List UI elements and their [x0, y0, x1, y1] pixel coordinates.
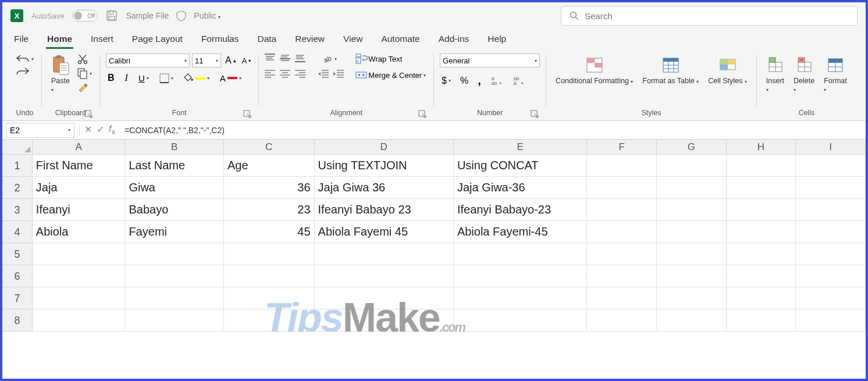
row-header[interactable]: 5 — [2, 243, 33, 265]
cell[interactable]: Abiola Fayemi 45 — [315, 221, 454, 243]
cell[interactable]: 36 — [224, 177, 315, 199]
cell[interactable]: Abiola — [33, 221, 126, 243]
cell[interactable] — [657, 265, 727, 287]
format-cells-button[interactable]: Format▾ — [820, 54, 851, 94]
cell[interactable] — [224, 309, 315, 332]
column-header[interactable]: B — [125, 140, 224, 155]
cell[interactable] — [727, 309, 796, 332]
cell[interactable] — [224, 265, 315, 287]
cell[interactable] — [657, 221, 727, 243]
dialog-launcher-icon[interactable] — [531, 111, 539, 118]
cell[interactable] — [224, 243, 315, 265]
orientation-button[interactable]: ab▾ — [321, 54, 339, 64]
cell[interactable] — [454, 265, 587, 287]
column-header[interactable]: I — [796, 140, 866, 155]
cancel-formula-icon[interactable]: ✕ — [84, 124, 92, 136]
tab-add-ins[interactable]: Add-ins — [437, 33, 471, 49]
cell[interactable] — [657, 287, 727, 309]
cell-styles-button[interactable]: Cell Styles ▾ — [705, 54, 750, 86]
tab-file[interactable]: File — [13, 33, 30, 49]
cell[interactable] — [454, 309, 587, 332]
cell[interactable] — [657, 177, 727, 199]
cell[interactable] — [224, 287, 315, 309]
cell[interactable]: Using TEXTJOIN — [315, 155, 454, 177]
conditional-formatting-button[interactable]: Conditional Formatting ▾ — [552, 54, 636, 86]
cell[interactable] — [587, 155, 657, 177]
cell[interactable]: Jaja Giwa 36 — [315, 177, 454, 199]
cell[interactable] — [587, 221, 657, 243]
cell[interactable] — [727, 287, 796, 309]
align-top-button[interactable] — [265, 54, 275, 63]
redo-button[interactable] — [14, 66, 35, 77]
column-header[interactable]: G — [657, 140, 727, 155]
cell[interactable]: Ifeanyi — [33, 199, 126, 221]
cell[interactable] — [727, 243, 796, 265]
row-header[interactable]: 6 — [2, 265, 33, 287]
column-header[interactable]: C — [224, 140, 315, 155]
formula-input[interactable]: =CONCAT(A2," ",B2,"-",C2) — [120, 126, 866, 135]
row-header[interactable]: 4 — [2, 221, 33, 243]
autosave-toggle[interactable]: Off — [72, 10, 98, 22]
dialog-launcher-icon[interactable] — [85, 111, 93, 118]
fx-icon[interactable]: fx — [109, 124, 115, 136]
tab-data[interactable]: Data — [256, 33, 278, 49]
cell[interactable]: Last Name — [125, 155, 224, 177]
column-header[interactable]: E — [454, 140, 587, 155]
borders-button[interactable]: ▾ — [158, 72, 175, 84]
cell[interactable] — [796, 177, 866, 199]
cell[interactable] — [796, 221, 866, 243]
search-input[interactable]: Search — [561, 6, 858, 26]
file-name[interactable]: Sample File — [126, 11, 169, 20]
cell[interactable] — [657, 155, 727, 177]
dialog-launcher-icon[interactable] — [244, 111, 251, 118]
cell[interactable] — [796, 243, 866, 265]
select-all-corner[interactable] — [2, 140, 33, 155]
save-icon[interactable] — [106, 10, 118, 22]
tab-home[interactable]: Home — [46, 33, 73, 49]
cell[interactable] — [454, 287, 587, 309]
cell[interactable] — [727, 221, 796, 243]
cell[interactable] — [587, 265, 657, 287]
decrease-font-button[interactable]: A▾ — [240, 54, 253, 67]
decrease-indent-button[interactable] — [318, 70, 329, 78]
cell[interactable] — [796, 309, 866, 332]
delete-cells-button[interactable]: Delete▾ — [790, 54, 818, 94]
tab-view[interactable]: View — [342, 33, 364, 49]
fill-color-button[interactable]: ▾ — [182, 72, 211, 84]
cell[interactable]: Jaja Giwa-36 — [454, 177, 587, 199]
increase-indent-button[interactable] — [333, 70, 344, 78]
cell[interactable] — [727, 177, 796, 199]
enter-formula-icon[interactable]: ✓ — [97, 124, 104, 136]
copy-button[interactable]: ▾ — [76, 67, 94, 79]
cell[interactable] — [657, 243, 727, 265]
cell[interactable] — [454, 243, 587, 265]
privacy-label[interactable]: Public ▾ — [194, 11, 220, 20]
merge-center-button[interactable]: Merge & Center ▾ — [354, 70, 428, 80]
cell[interactable]: Babayo — [125, 199, 224, 221]
cell[interactable] — [796, 265, 866, 287]
column-header[interactable]: A — [33, 140, 126, 155]
align-middle-button[interactable] — [280, 54, 290, 63]
cell[interactable] — [587, 177, 657, 199]
cell[interactable] — [33, 309, 126, 332]
italic-button[interactable]: I — [123, 72, 130, 84]
name-box[interactable]: E2▾ — [6, 123, 74, 138]
tab-formulas[interactable]: Formulas — [200, 33, 240, 49]
comma-button[interactable]: , — [476, 73, 483, 88]
row-header[interactable]: 7 — [2, 287, 33, 309]
cell[interactable] — [796, 287, 866, 309]
column-header[interactable]: D — [315, 140, 454, 155]
cell[interactable]: 23 — [224, 199, 315, 221]
format-as-table-button[interactable]: Format as Table ▾ — [639, 54, 702, 86]
cell[interactable] — [587, 309, 657, 332]
column-header[interactable]: H — [727, 140, 796, 155]
cell[interactable]: Ifeanyi Babayo 23 — [315, 199, 454, 221]
decrease-decimal-button[interactable]: .00.0 — [511, 76, 527, 86]
font-name-select[interactable]: Calibri▾ — [106, 54, 190, 67]
cell[interactable] — [315, 265, 454, 287]
cell[interactable] — [33, 243, 126, 265]
font-color-button[interactable]: A▾ — [218, 72, 243, 84]
increase-decimal-button[interactable]: .0.00 — [489, 76, 505, 86]
cell[interactable]: 45 — [224, 221, 315, 243]
cell[interactable] — [125, 287, 224, 309]
